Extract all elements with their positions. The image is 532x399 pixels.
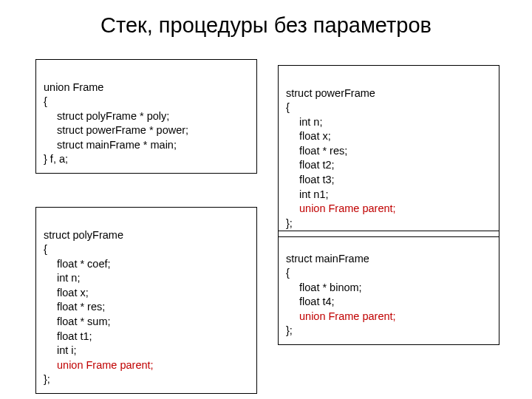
code-line: }; xyxy=(286,217,293,229)
code-line: float t1; xyxy=(44,330,92,344)
code-line: struct mainFrame * main; xyxy=(44,138,177,153)
code-box-union-frame: union Frame { struct polyFrame * poly; s… xyxy=(35,59,257,174)
code-line: float t3; xyxy=(286,173,335,188)
code-line: struct mainFrame xyxy=(286,253,369,265)
code-line: { xyxy=(44,95,47,107)
code-line-highlight: union Frame parent; xyxy=(44,358,154,373)
code-line: int i; xyxy=(44,344,77,358)
code-line: struct powerFrame * power; xyxy=(44,123,188,138)
code-line: }; xyxy=(286,324,293,336)
code-line: } f, a; xyxy=(44,153,68,165)
code-line: float x; xyxy=(44,286,89,301)
code-line: int n; xyxy=(286,115,322,130)
code-line: float * res; xyxy=(286,144,347,159)
code-line: float * sum; xyxy=(44,315,111,330)
code-line: union Frame xyxy=(44,81,103,93)
code-line: int n1; xyxy=(286,188,329,202)
code-line: float * binom; xyxy=(286,281,362,296)
code-line: float x; xyxy=(286,129,331,144)
code-line: }; xyxy=(44,373,50,385)
code-line: float t2; xyxy=(286,158,335,173)
code-line-highlight: union Frame parent; xyxy=(286,310,396,324)
code-line: { xyxy=(286,267,290,279)
code-line: float * coef; xyxy=(44,257,111,272)
code-line: int n; xyxy=(44,271,80,286)
code-line: float t4; xyxy=(286,295,335,310)
code-line: { xyxy=(286,101,290,113)
slide-title: Стек, процедуры без параметров xyxy=(0,0,532,47)
code-box-main-frame: struct mainFrame { float * binom; float … xyxy=(278,231,499,345)
code-line-highlight: union Frame parent; xyxy=(286,202,396,216)
code-line: { xyxy=(44,243,47,255)
code-box-poly-frame: struct polyFrame { float * coef; int n; … xyxy=(35,207,257,394)
code-line: struct polyFrame xyxy=(44,229,123,241)
code-line: float * res; xyxy=(44,300,105,315)
code-line: struct polyFrame * poly; xyxy=(44,109,169,124)
code-box-power-frame: struct powerFrame { int n; float x; floa… xyxy=(278,65,499,237)
code-line: struct powerFrame xyxy=(286,87,375,99)
